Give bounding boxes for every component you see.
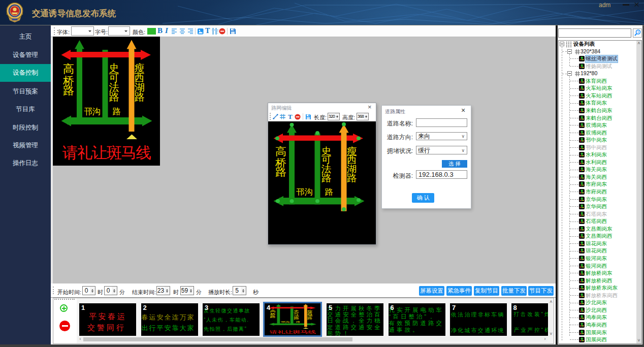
svg-text:3: 3	[637, 30, 639, 34]
